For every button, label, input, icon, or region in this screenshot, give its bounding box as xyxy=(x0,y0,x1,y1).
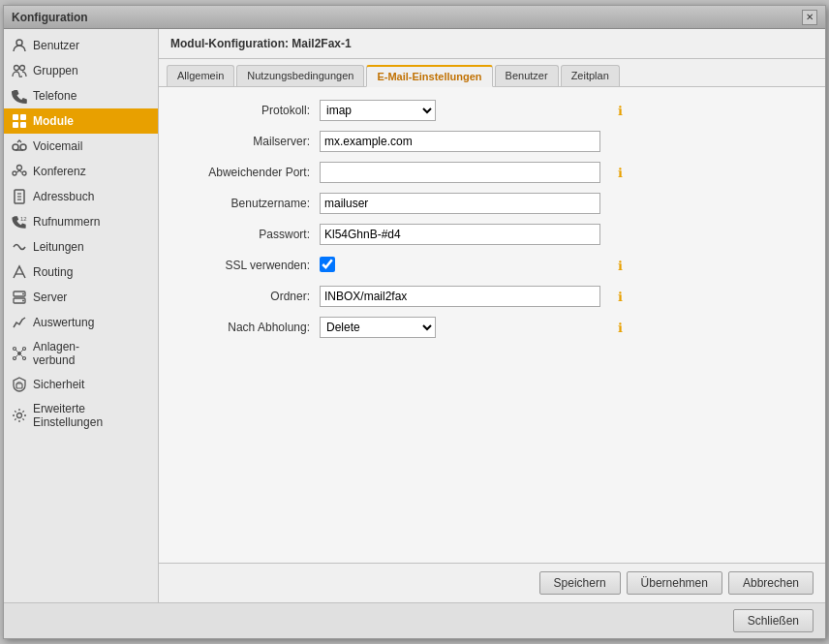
input-benutzername[interactable] xyxy=(320,193,600,214)
main-window: Konfiguration ✕ Benutzer xyxy=(3,5,826,639)
label-benutzername: Benutzername: xyxy=(174,197,320,210)
sidebar-item-server[interactable]: Server xyxy=(4,285,158,310)
sidebar: Benutzer Gruppen xyxy=(4,29,159,602)
save-button[interactable]: Speichern xyxy=(539,571,621,595)
svg-point-24 xyxy=(22,300,24,302)
tab-nutzungsbedingungen[interactable]: Nutzungsbedingungen xyxy=(236,65,364,86)
select-nach-abholung[interactable]: Delete Move Keep xyxy=(320,317,436,338)
cancel-button[interactable]: Abbrechen xyxy=(728,571,814,595)
adressbuch-icon xyxy=(12,189,27,204)
input-mailserver[interactable] xyxy=(320,131,600,152)
info-icon-ssl[interactable]: ℹ xyxy=(618,259,623,273)
control-ordner xyxy=(320,286,610,307)
right-panel: Modul-Konfiguration: Mail2Fax-1 Allgemei… xyxy=(159,29,825,602)
bottom-bar: Speichern Übernehmen Abbrechen xyxy=(159,563,825,602)
svg-rect-6 xyxy=(20,122,26,128)
svg-point-23 xyxy=(22,293,24,295)
form-row-ordner: Ordner: ℹ xyxy=(174,285,810,308)
svg-point-0 xyxy=(16,40,22,46)
control-port xyxy=(320,162,610,183)
tab-zeitplan[interactable]: Zeitplan xyxy=(561,65,620,86)
label-nach-abholung: Nach Abholung: xyxy=(174,321,320,334)
svg-line-31 xyxy=(21,350,23,352)
select-protokoll[interactable]: imap pop3 xyxy=(320,100,436,121)
sidebar-item-rufnummern[interactable]: 12 Rufnummern xyxy=(4,209,158,234)
svg-rect-4 xyxy=(20,114,26,120)
gruppen-icon xyxy=(12,63,27,78)
sidebar-item-auswertung[interactable]: Auswertung xyxy=(4,310,158,335)
sidebar-label-leitungen: Leitungen xyxy=(33,240,84,254)
checkbox-ssl[interactable] xyxy=(320,257,335,272)
input-passwort[interactable] xyxy=(320,224,600,245)
close-button[interactable]: Schließen xyxy=(733,609,814,632)
sidebar-item-routing[interactable]: Routing xyxy=(4,260,158,285)
sidebar-label-module: Module xyxy=(33,114,74,128)
input-port[interactable] xyxy=(320,162,600,183)
rufnummern-icon: 12 xyxy=(12,214,27,230)
benutzer-icon xyxy=(12,38,27,53)
sidebar-item-sicherheit[interactable]: Sicherheit xyxy=(4,372,158,397)
anlagenverbund-icon xyxy=(12,346,27,361)
sidebar-item-anlagenverbund[interactable]: Anlagen- verbund xyxy=(4,335,158,372)
info-icon-port[interactable]: ℹ xyxy=(618,166,623,180)
label-ordner: Ordner: xyxy=(174,290,320,303)
form-row-mailserver: Mailserver: xyxy=(174,130,810,153)
title-bar: Konfiguration ✕ xyxy=(4,6,825,29)
svg-text:12: 12 xyxy=(20,216,27,222)
svg-rect-3 xyxy=(13,114,18,120)
tab-allgemein[interactable]: Allgemein xyxy=(167,65,234,86)
sidebar-label-rufnummern: Rufnummern xyxy=(33,215,100,229)
svg-line-30 xyxy=(15,350,17,352)
tab-email-einstellungen[interactable]: E-Mail-Einstellungen xyxy=(366,65,492,87)
sidebar-item-gruppen[interactable]: Gruppen xyxy=(4,58,158,83)
sidebar-label-adressbuch: Adressbuch xyxy=(33,190,94,203)
tabs-bar: Allgemein Nutzungsbedingungen E-Mail-Ein… xyxy=(159,59,825,87)
svg-line-13 xyxy=(17,170,20,172)
svg-point-29 xyxy=(23,357,26,360)
svg-line-14 xyxy=(19,170,22,172)
voicemail-icon xyxy=(12,138,27,154)
form-row-benutzername: Benutzername: xyxy=(174,192,810,215)
label-passwort: Passwort: xyxy=(174,228,320,241)
sidebar-label-telefone: Telefone xyxy=(33,89,77,103)
sidebar-label-konferenz: Konferenz xyxy=(33,165,86,178)
sicherheit-icon xyxy=(12,377,27,392)
sidebar-label-anlagenverbund: Anlagen- verbund xyxy=(33,340,79,367)
control-benutzername xyxy=(320,193,610,214)
apply-button[interactable]: Übernehmen xyxy=(627,571,722,595)
svg-point-26 xyxy=(14,348,16,351)
input-ordner[interactable] xyxy=(320,286,600,307)
info-icon-ordner[interactable]: ℹ xyxy=(618,290,623,304)
sidebar-item-leitungen[interactable]: Leitungen xyxy=(4,234,158,260)
svg-point-28 xyxy=(14,357,16,360)
telefone-icon xyxy=(12,88,27,104)
sidebar-item-telefone[interactable]: Telefone xyxy=(4,83,158,108)
svg-point-8 xyxy=(20,144,26,150)
form-row-nach-abholung: Nach Abholung: Delete Move Keep ℹ xyxy=(174,316,810,339)
control-protokoll: imap pop3 xyxy=(320,100,610,121)
sidebar-label-sicherheit: Sicherheit xyxy=(33,378,84,391)
window-close-button[interactable]: ✕ xyxy=(802,10,817,25)
sidebar-label-server: Server xyxy=(33,291,67,304)
info-icon-nach-abholung[interactable]: ℹ xyxy=(618,321,623,335)
erweiterte-einstellungen-icon xyxy=(12,408,27,423)
sidebar-item-erweiterte-einstellungen[interactable]: Erweiterte Einstellungen xyxy=(4,397,158,434)
sidebar-item-konferenz[interactable]: Konferenz xyxy=(4,159,158,184)
svg-point-10 xyxy=(17,166,22,170)
sidebar-item-adressbuch[interactable]: Adressbuch xyxy=(4,184,158,209)
form-row-ssl: SSL verwenden: ℹ xyxy=(174,254,810,277)
close-bar: Schließen xyxy=(4,602,825,638)
main-content: Benutzer Gruppen xyxy=(4,29,825,602)
label-mailserver: Mailserver: xyxy=(174,135,320,148)
sidebar-item-voicemail[interactable]: Voicemail xyxy=(4,134,158,159)
svg-point-27 xyxy=(23,348,26,351)
tab-benutzer[interactable]: Benutzer xyxy=(495,65,559,86)
svg-point-7 xyxy=(13,144,18,150)
info-icon-protokoll[interactable]: ℹ xyxy=(618,104,623,118)
sidebar-item-module[interactable]: Module xyxy=(4,108,158,134)
svg-point-25 xyxy=(17,352,21,355)
svg-rect-34 xyxy=(16,383,22,388)
form-row-passwort: Passwort: xyxy=(174,223,810,246)
sidebar-label-gruppen: Gruppen xyxy=(33,64,78,77)
sidebar-item-benutzer[interactable]: Benutzer xyxy=(4,33,158,58)
